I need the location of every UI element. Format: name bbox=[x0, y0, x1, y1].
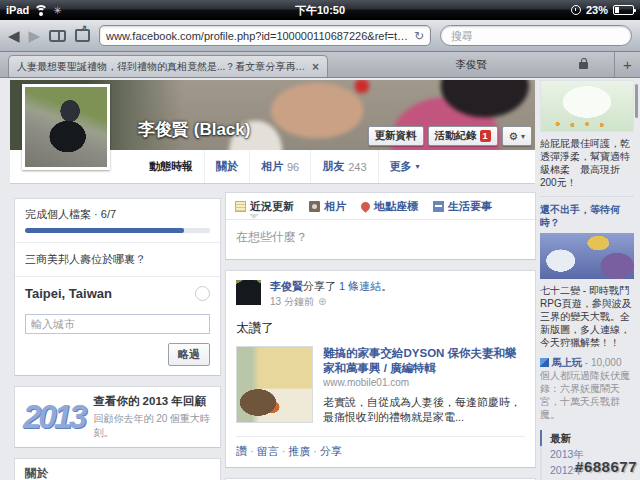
nav-count: 243 bbox=[348, 161, 366, 173]
like-link[interactable]: 讚 bbox=[236, 445, 247, 457]
life-event-icon bbox=[433, 201, 444, 212]
back-button[interactable]: ◀ bbox=[8, 28, 20, 43]
share-icon[interactable]: ↗ bbox=[75, 29, 90, 42]
ad-game-title[interactable]: 還不出手，等待何時？ bbox=[540, 203, 634, 229]
nav-count: 96 bbox=[287, 161, 299, 173]
composer-tab-status[interactable]: 近況更新 bbox=[235, 199, 294, 214]
nav-label: 更多 bbox=[390, 159, 412, 174]
composer-tab-photo[interactable]: 相片 bbox=[309, 199, 346, 214]
activity-log-button[interactable]: 活動紀錄 1 bbox=[428, 126, 498, 146]
complete-profile-card: 完成個人檔案 · 6/7 三商美邦人壽位於哪裏？ Taipei, Taiwan … bbox=[14, 198, 221, 376]
bookmarks-icon[interactable] bbox=[49, 30, 66, 42]
camera-icon bbox=[309, 201, 320, 212]
app-icon bbox=[540, 358, 549, 367]
status-clock: 下午10:50 bbox=[0, 3, 640, 18]
post-timestamp[interactable]: 13 分鐘前 bbox=[270, 295, 314, 309]
safari-toolbar: ◀ ▶ ↗ www.facebook.com/profile.php?id=10… bbox=[0, 20, 640, 52]
tab-about[interactable]: 關於 bbox=[204, 150, 249, 183]
separator: · bbox=[282, 445, 286, 457]
link-thumbnail[interactable] bbox=[236, 346, 313, 423]
link-attachment[interactable]: 難搞的家事交給DYSON 保你夫妻和樂 家和萬事興 / 廣編特輯 www.mob… bbox=[236, 346, 525, 424]
nav-label: 動態時報 bbox=[149, 159, 193, 174]
composer-tab-label: 相片 bbox=[324, 199, 346, 214]
composer-tab-place[interactable]: 地點座標 bbox=[361, 199, 418, 214]
watermark: #688677 bbox=[575, 458, 637, 475]
composer-tab-lifeevent[interactable]: 生活要事 bbox=[433, 199, 492, 214]
tab-timeline[interactable]: 動態時報 bbox=[138, 150, 204, 183]
settings-button[interactable]: ⚙ ▾ bbox=[502, 126, 532, 146]
post-author-link[interactable]: 李俊賢 bbox=[270, 280, 303, 292]
lock-icon bbox=[579, 62, 588, 69]
post-timestamp-row: 13 分鐘前 ⊕ bbox=[270, 295, 525, 309]
new-tab-button[interactable]: + bbox=[614, 52, 640, 77]
ad-game-image[interactable] bbox=[540, 233, 634, 279]
address-bar[interactable]: www.facebook.com/profile.php?id=10000011… bbox=[99, 25, 431, 46]
composer-card: 近況更新 相片 地點座標 生活要事 在想些什麼？ bbox=[225, 192, 536, 260]
skip-button[interactable]: 略過 bbox=[168, 343, 210, 366]
close-tab-icon[interactable]: × bbox=[312, 60, 319, 74]
composer-tab-label: 近況更新 bbox=[250, 199, 294, 214]
forward-button[interactable]: ▶ bbox=[29, 28, 41, 43]
promote-link[interactable]: 推廣 bbox=[288, 445, 310, 457]
profile-progress-bar bbox=[25, 228, 210, 233]
post-message: 太讚了 bbox=[236, 320, 525, 337]
separator: · bbox=[313, 445, 317, 457]
composer-tabs: 近況更新 相片 地點座標 生活要事 bbox=[226, 193, 535, 220]
year-review-title[interactable]: 查看你的 2013 年回顧 bbox=[93, 394, 212, 409]
activity-badge: 1 bbox=[480, 130, 491, 142]
alarm-clock-icon bbox=[571, 5, 581, 15]
status-bar: iPad ✳ 下午10:50 23% bbox=[0, 0, 640, 20]
update-info-label: 更新資料 bbox=[375, 129, 417, 143]
answer-radio[interactable] bbox=[195, 286, 210, 301]
comment-link[interactable]: 留言 bbox=[257, 445, 279, 457]
ad-game-cta-row: 馬上玩 - 10,000 個人都玩過降妖伏魔錄：六界妖魔鬧天宮，十萬天兵戰群魔。 bbox=[540, 356, 634, 421]
post-author-avatar[interactable] bbox=[236, 280, 261, 305]
cover-photo[interactable]: 李俊賢 (Black) 更新資料 活動紀錄 1 ⚙ ▾ bbox=[10, 80, 535, 150]
tab-profile[interactable]: 李俊賢 bbox=[328, 52, 614, 77]
tab-photos[interactable]: 相片96 bbox=[249, 150, 310, 183]
suggested-answer-row[interactable]: Taipei, Taiwan bbox=[15, 276, 220, 310]
link-title[interactable]: 難搞的家事交給DYSON 保你夫妻和樂 家和萬事興 / 廣編特輯 bbox=[323, 346, 525, 375]
nav-label: 朋友 bbox=[322, 159, 344, 174]
about-title: 關於 bbox=[15, 459, 220, 480]
privacy-globe-icon: ⊕ bbox=[318, 295, 326, 309]
play-now-link[interactable]: 馬上玩 bbox=[552, 357, 582, 368]
gear-icon: ⚙ bbox=[509, 130, 518, 142]
composer-tab-label: 地點座標 bbox=[374, 199, 418, 214]
battery-percent: 23% bbox=[586, 4, 608, 16]
reload-icon[interactable]: ↻ bbox=[414, 29, 424, 43]
post-action: 分享了 bbox=[303, 280, 339, 292]
tab-friends[interactable]: 朋友243 bbox=[310, 150, 377, 183]
search-input[interactable] bbox=[440, 25, 632, 46]
status-input[interactable]: 在想些什麼？ bbox=[226, 220, 535, 259]
ad-game-text[interactable]: 七十二變 - 即時戰鬥RPG頁遊，參與波及三界的變天大戰。全新版圖，多人連線，今… bbox=[540, 284, 634, 349]
share-link[interactable]: 分享 bbox=[320, 445, 342, 457]
update-info-button[interactable]: 更新資料 bbox=[368, 126, 424, 146]
profile-picture[interactable] bbox=[22, 84, 110, 170]
shared-link-count[interactable]: 1 條連結 bbox=[339, 280, 381, 292]
battery-icon bbox=[613, 5, 634, 15]
caret-down-icon: ▾ bbox=[416, 162, 420, 171]
timeline-year-latest[interactable]: 最新 bbox=[540, 430, 634, 446]
ad-pampers-image[interactable] bbox=[540, 80, 634, 132]
year-review-logo: 2013 bbox=[23, 398, 84, 436]
complete-profile-title: 完成個人檔案 · 6/7 bbox=[15, 199, 220, 228]
post-shared-link: 李俊賢分享了 1 條連結。 13 分鐘前 ⊕ 太讚了 難搞的家事交給DYSON … bbox=[225, 270, 536, 468]
tab-more[interactable]: 更多▾ bbox=[378, 150, 431, 183]
link-details: 難搞的家事交給DYSON 保你夫妻和樂 家和萬事興 / 廣編特輯 www.mob… bbox=[323, 346, 525, 424]
status-update-icon bbox=[235, 201, 246, 212]
caret-down-icon: ▾ bbox=[521, 132, 525, 141]
activity-log-label: 活動紀錄 bbox=[435, 129, 477, 143]
profile-progress-fill bbox=[25, 228, 184, 233]
year-review-card[interactable]: 2013 查看你的 2013 年回顧 回顧你去年的 20 個重大時刻。 bbox=[14, 386, 221, 448]
divider bbox=[540, 196, 634, 197]
city-input[interactable] bbox=[25, 314, 210, 334]
scrollbar[interactable] bbox=[635, 84, 638, 118]
ad-pampers-text[interactable]: 給屁屁最佳呵護，乾透彈淨柔，幫寶適特級棉柔 最高現折200元！ bbox=[540, 137, 634, 189]
tab1-title: 人妻最想要聖誕禮物，得到禮物的真相竟然是...？看文章分享再送Dyson DC3… bbox=[17, 60, 306, 74]
tab-dyson-article[interactable]: 人妻最想要聖誕禮物，得到禮物的真相竟然是...？看文章分享再送Dyson DC3… bbox=[8, 55, 328, 77]
facebook-page: 李俊賢 (Black) 更新資料 活動紀錄 1 ⚙ ▾ 動態時報 關於 相片96… bbox=[0, 78, 640, 480]
post-action-period: 。 bbox=[381, 280, 392, 292]
profile-name: 李俊賢 (Black) bbox=[138, 118, 250, 141]
about-card: 關於 × May Chen 說你住在 Taipei, Taiwan 附近。 ⊕ … bbox=[14, 458, 221, 480]
